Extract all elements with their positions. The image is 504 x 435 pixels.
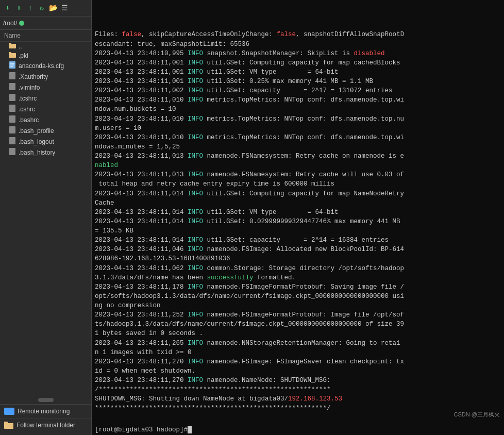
log-line: id = 0 when meet shutdown. [95, 366, 501, 376]
svg-rect-3 [9, 52, 11, 54]
terminal-output[interactable]: Files: false, skipCaptureAccessTimeOnlyC… [92, 0, 504, 425]
file-icon [8, 43, 16, 50]
tree-item-label: .bash_history [19, 149, 55, 156]
svg-rect-12 [9, 115, 15, 123]
log-line: ng no compression [95, 301, 501, 310]
log-line: 2023-04-13 23:48:11,014 INFO util.GSet: … [95, 217, 501, 226]
tree-item-label: .Xauthority [19, 73, 48, 80]
tree-item-label: .cshrc [19, 106, 35, 113]
tree-item-__[interactable]: .. [0, 42, 91, 51]
log-line: 2023-04-13 23:48:11,013 INFO namenode.FS… [95, 170, 501, 179]
tree-item-_bash_history[interactable]: .bash_history [0, 147, 91, 158]
log-line: escandant: true, maxSnapshotLimit: 65536 [95, 40, 501, 49]
log-line: opt/softs/hadoop3.1.3/data/dfs/name/curr… [95, 292, 501, 301]
breadcrumb-bar: /root/ [0, 16, 91, 30]
file-tree-header: Name [0, 30, 91, 42]
toolbar-icon-up2[interactable]: ↑ [26, 4, 35, 13]
terminal-prompt: [root@bigdata03 hadoop]# [92, 425, 504, 435]
svg-rect-1 [9, 43, 11, 44]
left-panel: ⬇ ⬆ ↑ ↻ 📂 ☰ /root/ Name ...pkianaconda-k… [0, 0, 92, 435]
svg-rect-17 [8, 413, 11, 414]
toolbar-icon-settings[interactable]: ☰ [60, 4, 69, 13]
tree-item-_bashrc[interactable]: .bashrc [0, 114, 91, 125]
scrollbar-indicator [38, 398, 54, 402]
tree-item-_Xauthority[interactable]: .Xauthority [0, 71, 91, 82]
toolbar-icon-refresh[interactable]: ↻ [37, 4, 46, 13]
svg-rect-11 [9, 105, 15, 112]
svg-rect-18 [4, 423, 13, 429]
log-line: 1 bytes saved in 0 seconds . [95, 329, 501, 338]
file-icon [8, 148, 16, 157]
log-line: Cache [95, 198, 501, 208]
log-line: 2023-04-13 23:48:11,002 INFO util.GSet: … [95, 86, 501, 95]
tree-item-_bash_logout[interactable]: .bash_logout [0, 136, 91, 147]
tree-item-_bash_profile[interactable]: .bash_profile [0, 125, 91, 136]
log-line: 2023-04-13 23:48:10,995 INFO snapshot.Sn… [95, 49, 501, 58]
bottom-panel: Remote monitoring Follow terminal folder [0, 404, 91, 435]
log-line: m.users = 10 [95, 124, 501, 133]
toolbar: ⬇ ⬆ ↑ ↻ 📂 ☰ [0, 0, 91, 16]
tree-item-label: .bashrc [19, 116, 39, 124]
file-icon [8, 137, 16, 146]
tree-item-label: .pki [19, 52, 28, 59]
breadcrumb-text: /root/ [3, 20, 17, 27]
file-icon [8, 94, 16, 103]
log-line: 628086-192.168.123.53-1681400891036 [95, 254, 501, 263]
log-line: 2023-04-13 23:48:11,062 INFO common.Stor… [95, 264, 501, 273]
log-line: 2023-04-13 23:48:11,178 INFO namenode.FS… [95, 282, 501, 292]
log-line: ts/hadoop3.1.3/data/dfs/name/current/fsi… [95, 320, 501, 329]
log-line: n 1 images with txid >= 0 [95, 348, 501, 357]
svg-rect-19 [4, 422, 8, 424]
log-line: 2023-04-13 23:48:11,265 INFO namenode.NN… [95, 339, 501, 348]
tree-item-_cshrc[interactable]: .cshrc [0, 104, 91, 114]
file-icon [8, 105, 16, 113]
svg-rect-13 [9, 126, 15, 133]
log-line: 2023-04-13 23:48:11,014 INFO util.GSet: … [95, 208, 501, 217]
tree-item-_viminfo[interactable]: .viminfo [0, 82, 91, 93]
svg-rect-16 [5, 408, 14, 413]
log-line: 2023-04-13 23:48:11,014 INFO util.GSet: … [95, 189, 501, 198]
svg-rect-14 [9, 137, 15, 144]
log-line: ndow.num.buckets = 10 [95, 105, 501, 114]
log-line: 2023-04-13 23:48:11,046 INFO namenode.FS… [95, 245, 501, 254]
log-line: total heap and retry cache entry expiry … [95, 179, 501, 189]
prompt-text: [root@bigdata03 hadoop]# [95, 426, 188, 433]
log-line: 2023-04-13 23:48:11,270 INFO namenode.FS… [95, 357, 501, 366]
svg-rect-9 [9, 83, 15, 90]
follow-terminal-label: Follow terminal folder [16, 422, 75, 429]
file-icon [8, 52, 16, 59]
cursor [188, 426, 192, 433]
toolbar-icon-folder[interactable]: 📂 [48, 4, 58, 13]
csdn-watermark: CSDN @三月枫火 [454, 411, 500, 419]
log-line: 3.1.3/data/dfs/name has been successfull… [95, 273, 501, 282]
log-line: 2023-04-13 23:48:11,252 INFO namenode.FS… [95, 310, 501, 320]
tree-item-_tcshrc[interactable]: .tcshrc [0, 93, 91, 104]
log-line: SHUTDOWN_MSG: Shutting down NameNode at … [95, 394, 501, 404]
file-icon [8, 126, 16, 135]
log-line: /***************************************… [95, 385, 501, 394]
svg-rect-8 [9, 72, 15, 79]
file-icon [8, 61, 16, 70]
file-icon [8, 72, 16, 81]
log-line: 2023-04-13 23:48:11,001 INFO util.GSet: … [95, 58, 501, 68]
svg-rect-15 [9, 148, 15, 155]
file-tree[interactable]: ...pkianaconda-ks.cfg.Xauthority.viminfo… [0, 42, 91, 396]
tree-item-anaconda_ks_cfg[interactable]: anaconda-ks.cfg [0, 60, 91, 71]
follow-terminal-button[interactable]: Follow terminal folder [0, 419, 91, 432]
toolbar-icon-up[interactable]: ⬆ [14, 4, 24, 13]
tree-item-label: .tcshrc [19, 95, 37, 102]
file-icon [8, 115, 16, 124]
log-line: nabled [95, 161, 501, 170]
svg-rect-2 [9, 53, 16, 58]
follow-terminal-icon [4, 422, 13, 429]
log-line: 2023-04-13 23:48:11,001 INFO util.GSet: … [95, 77, 501, 86]
toolbar-icon-down[interactable]: ⬇ [3, 4, 12, 13]
remote-monitoring-button[interactable]: Remote monitoring [0, 405, 91, 419]
tree-item-label: anaconda-ks.cfg [19, 62, 64, 70]
log-line: 2023-04-13 23:48:11,010 INFO metrics.Top… [95, 95, 501, 105]
svg-rect-0 [9, 44, 16, 48]
log-line: 2023-04-13 23:48:11,001 INFO util.GSet: … [95, 68, 501, 77]
remote-monitoring-label: Remote monitoring [18, 408, 70, 415]
tree-item-_pki[interactable]: .pki [0, 51, 91, 60]
tree-item-label: .. [19, 43, 22, 50]
